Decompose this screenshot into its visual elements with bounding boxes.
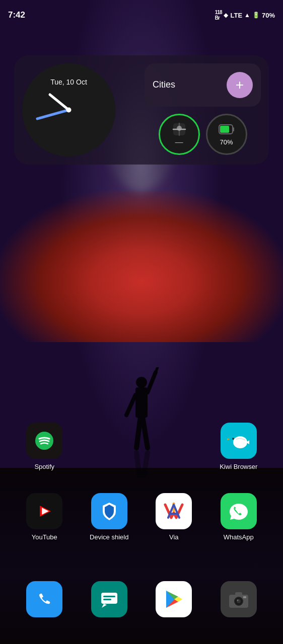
svg-rect-41 — [103, 599, 111, 600]
kiwi-logo — [226, 428, 251, 453]
dnd-widget[interactable]: — — [159, 114, 200, 155]
status-icons: 118Br ◆ LTE ▲ 🔋 70% — [215, 10, 275, 21]
widget-area: Tue, 10 Oct Cities + — — [14, 55, 269, 165]
svg-rect-24 — [220, 126, 229, 133]
app-label-kiwibrowser: Kiwi Browser — [220, 463, 257, 470]
svg-line-2 — [126, 395, 135, 415]
cities-add-button[interactable]: + — [227, 72, 253, 98]
app-youtube-wrapper[interactable]: YouTube — [22, 493, 67, 541]
svg-rect-50 — [243, 596, 246, 598]
svg-text:Tue, 10 Oct: Tue, 10 Oct — [50, 78, 87, 86]
app-icon-youtube[interactable] — [26, 493, 62, 529]
app-camera-wrapper[interactable] — [216, 581, 261, 621]
app-row-1: Spotify Kiwi Browser — [0, 423, 283, 470]
deviceshield-logo — [97, 499, 122, 524]
status-time: 7:42 — [8, 10, 25, 20]
svg-rect-23 — [233, 127, 234, 131]
app-spotify-wrapper[interactable]: Spotify — [22, 423, 67, 470]
app-label-deviceshield: Device shield — [90, 533, 128, 541]
svg-point-17 — [66, 108, 72, 113]
youtube-logo — [32, 499, 57, 524]
battery-percent: 70% — [262, 12, 275, 19]
app-icon-kiwibrowser[interactable] — [221, 423, 257, 459]
dnd-icon — [172, 122, 187, 137]
network-icon: 118Br — [215, 10, 222, 21]
app-phone-wrapper[interactable] — [22, 581, 67, 621]
wallpaper-horizon — [0, 191, 283, 342]
app-label-youtube: YouTube — [32, 533, 57, 541]
messages-logo — [97, 587, 122, 612]
via-logo — [161, 499, 186, 524]
app-kiwibrowser-wrapper[interactable]: Kiwi Browser — [216, 423, 261, 470]
app-messages-wrapper[interactable] — [87, 581, 132, 621]
plus-icon: + — [236, 77, 244, 93]
svg-rect-37 — [32, 587, 57, 612]
app-icon-spotify[interactable] — [26, 423, 62, 459]
app-label-spotify: Spotify — [34, 463, 54, 470]
app-row-3 — [0, 581, 283, 621]
empty-slot-2 — [151, 423, 196, 470]
dnd-label: — — [175, 138, 183, 147]
spotify-logo — [33, 430, 55, 452]
app-icon-camera[interactable] — [221, 581, 257, 617]
app-icon-via[interactable] — [156, 493, 192, 529]
battery-widget[interactable]: 70% — [206, 114, 247, 155]
small-widgets-row: — 70% — [145, 113, 261, 157]
whatsapp-logo — [226, 499, 251, 524]
clock-face-svg: Tue, 10 Oct — [22, 63, 115, 156]
app-label-via: Via — [169, 533, 179, 541]
app-row-2: YouTube Device shield — [0, 493, 283, 541]
app-icon-phone[interactable] — [26, 581, 62, 617]
svg-point-48 — [237, 600, 238, 601]
app-icon-messages[interactable] — [91, 581, 127, 617]
app-whatsapp-wrapper[interactable]: WhatsApp — [216, 493, 261, 541]
battery-widget-label: 70% — [220, 138, 233, 146]
clock-widget[interactable]: Tue, 10 Oct — [22, 63, 115, 156]
lte-label: LTE — [230, 12, 242, 19]
svg-point-30 — [232, 438, 234, 440]
svg-line-3 — [148, 372, 156, 392]
empty-slot-1 — [87, 423, 132, 470]
playstore-logo — [161, 587, 186, 612]
svg-rect-39 — [101, 593, 117, 604]
camera-logo — [226, 587, 251, 612]
svg-point-0 — [136, 377, 147, 388]
cities-widget[interactable]: Cities + — [145, 63, 261, 107]
app-icon-whatsapp[interactable] — [221, 493, 257, 529]
app-label-whatsapp: WhatsApp — [224, 533, 254, 541]
phone-logo — [32, 587, 57, 612]
app-via-wrapper[interactable]: Via — [151, 493, 196, 541]
battery-widget-icon — [219, 123, 235, 135]
wifi-icon: ◆ — [224, 12, 228, 19]
app-icon-playstore[interactable] — [156, 581, 192, 617]
signal-bars-icon: ▲ — [244, 12, 250, 19]
cities-label: Cities — [153, 79, 175, 90]
svg-rect-40 — [103, 596, 115, 597]
app-icon-deviceshield[interactable] — [91, 493, 127, 529]
svg-rect-49 — [235, 592, 242, 596]
status-bar: 7:42 118Br ◆ LTE ▲ 🔋 70% — [0, 0, 283, 25]
app-deviceshield-wrapper[interactable]: Device shield — [87, 493, 132, 541]
svg-point-28 — [233, 436, 247, 448]
app-playstore-wrapper[interactable] — [151, 581, 196, 621]
battery-icon: 🔋 — [252, 12, 260, 19]
